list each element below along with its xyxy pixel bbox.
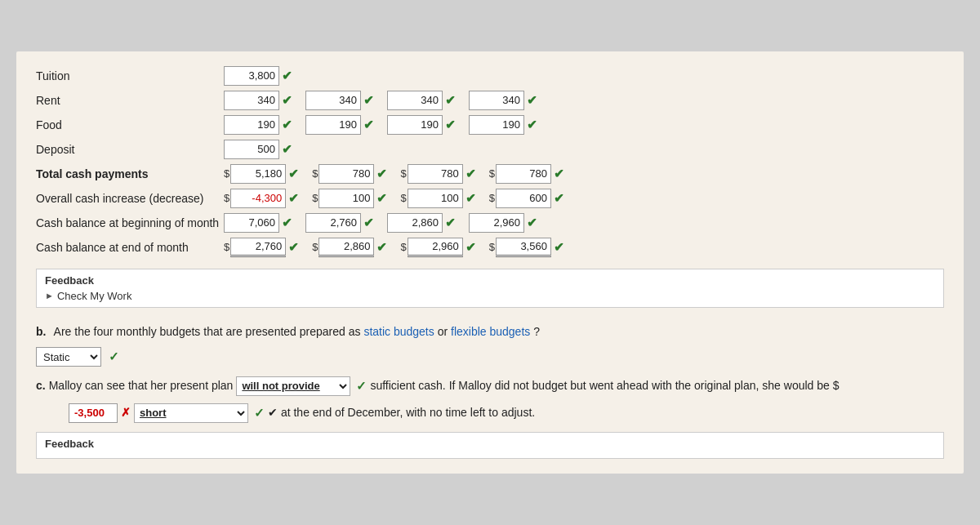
row-label: Rent [36, 94, 224, 107]
check-green-icon: ✔ [363, 93, 374, 108]
value-input[interactable] [305, 115, 361, 135]
dollar-sign: $ [224, 167, 229, 180]
feedback-section-2: Feedback [36, 432, 944, 459]
input-group: $✔ [312, 238, 392, 257]
check-green-icon: ✔ [282, 216, 292, 230]
check-green-icon: ✔ [527, 216, 537, 230]
input-group: $✔ [400, 238, 480, 257]
check-green-icon: ✔ [288, 240, 299, 255]
check-green-icon: ✔ [288, 191, 299, 206]
value-input[interactable] [318, 164, 374, 184]
input-cell: $✔ [489, 238, 564, 257]
feedback-label-1: Feedback [45, 274, 935, 287]
dollar-sign: $ [312, 192, 318, 204]
input-cell: ✔ [469, 91, 537, 110]
row-label: Total cash payments [36, 167, 224, 180]
section-c-text1: Malloy can see that her present plan [49, 376, 234, 396]
input-group: ✔ [305, 213, 379, 233]
input-group: ✔ [305, 91, 379, 110]
input-cell: ✔ [224, 213, 292, 233]
table-row: Rent✔✔✔✔ [36, 91, 944, 110]
check-green-icon: ✔ [554, 167, 564, 181]
section-b-answer-row: Static Flexible ✓ [36, 347, 944, 367]
input-group: ✔ [469, 213, 542, 233]
check-my-work-arrow: ► [45, 291, 54, 300]
input-cell: $✔ [224, 189, 299, 208]
table-row: Cash balance at beginning of month✔✔✔✔ [36, 213, 944, 233]
value-input[interactable] [469, 115, 524, 135]
input-cell: $✔ [400, 164, 475, 184]
value-input[interactable] [305, 213, 361, 233]
table-row: Total cash payments$✔$✔$✔$✔ [36, 164, 944, 184]
input-cell: $✔ [224, 164, 299, 184]
check-green-icon: ✔ [466, 167, 476, 181]
check-green-icon: ✔ [363, 118, 374, 132]
section-b-select[interactable]: Static Flexible [36, 347, 101, 367]
input-cell: ✔ [387, 213, 456, 233]
value-input[interactable] [387, 91, 443, 110]
input-cell: $✔ [312, 238, 387, 257]
section-b-middle: or [438, 325, 448, 338]
check-green-icon: ✔ [445, 93, 456, 108]
value-input[interactable] [230, 238, 286, 257]
value-input[interactable] [469, 91, 524, 110]
value-input[interactable] [230, 189, 286, 208]
check-green-icon: ✔ [445, 216, 456, 230]
input-group: ✔ [224, 91, 297, 110]
row-label: Tuition [36, 69, 224, 82]
section-c-value: -3,500 [69, 403, 118, 423]
value-input[interactable] [408, 164, 463, 184]
value-input[interactable] [496, 238, 551, 257]
check-green-icon: ✔ [466, 191, 476, 206]
input-cell: ✔ [469, 115, 537, 135]
check-green-icon: ✔ [376, 167, 387, 181]
section-c-check1: ✓ [356, 375, 367, 397]
input-group: ✔ [469, 115, 542, 135]
value-input[interactable] [305, 91, 361, 110]
section-c-select1[interactable]: will not provide will provide [236, 376, 350, 396]
section-c-select2[interactable]: short over [134, 403, 248, 423]
value-input[interactable] [224, 115, 279, 135]
input-cell: ✔ [305, 115, 374, 135]
section-c-check2: ✓ [254, 402, 265, 424]
check-green-icon: ✔ [376, 240, 387, 255]
input-cell: ✔ [224, 140, 292, 159]
value-input[interactable] [224, 91, 279, 110]
value-input[interactable] [224, 66, 279, 86]
check-green-icon: ✔ [363, 216, 374, 230]
value-input[interactable] [408, 238, 463, 257]
input-group: $✔ [489, 189, 569, 208]
value-input[interactable] [387, 115, 443, 135]
dollar-sign: $ [400, 241, 406, 253]
value-input[interactable] [469, 213, 524, 233]
value-input[interactable] [387, 213, 443, 233]
dollar-sign: $ [312, 167, 318, 180]
section-c-letter: c. [36, 376, 46, 396]
value-input[interactable] [318, 189, 374, 208]
value-input[interactable] [318, 238, 374, 257]
value-input[interactable] [496, 189, 551, 208]
table-row: Tuition✔ [36, 66, 944, 86]
input-group: $✔ [400, 189, 480, 208]
check-green-icon: ✔ [554, 240, 564, 255]
table-row: Food✔✔✔✔ [36, 115, 944, 135]
input-cell: ✔ [224, 91, 292, 110]
input-cell: $✔ [400, 189, 475, 208]
feedback-section-1: Feedback ► Check My Work [36, 269, 944, 308]
check-my-work-button[interactable]: ► Check My Work [45, 290, 935, 302]
section-b-check: ✓ [109, 349, 119, 364]
input-cell: $✔ [489, 189, 564, 208]
input-group: $✔ [224, 238, 304, 257]
check-green-icon: ✔ [527, 118, 537, 132]
section-b-question: b. Are the four monthly budgets that are… [36, 323, 944, 340]
input-group: ✔ [387, 115, 461, 135]
value-input[interactable] [224, 213, 279, 233]
value-input[interactable] [224, 140, 279, 159]
value-input[interactable] [230, 164, 286, 184]
dollar-sign: $ [224, 192, 229, 204]
value-input[interactable] [496, 164, 551, 184]
input-group: ✔ [387, 213, 461, 233]
input-group: ✔ [305, 115, 379, 135]
value-input[interactable] [408, 189, 463, 208]
input-cell: $✔ [224, 238, 299, 257]
